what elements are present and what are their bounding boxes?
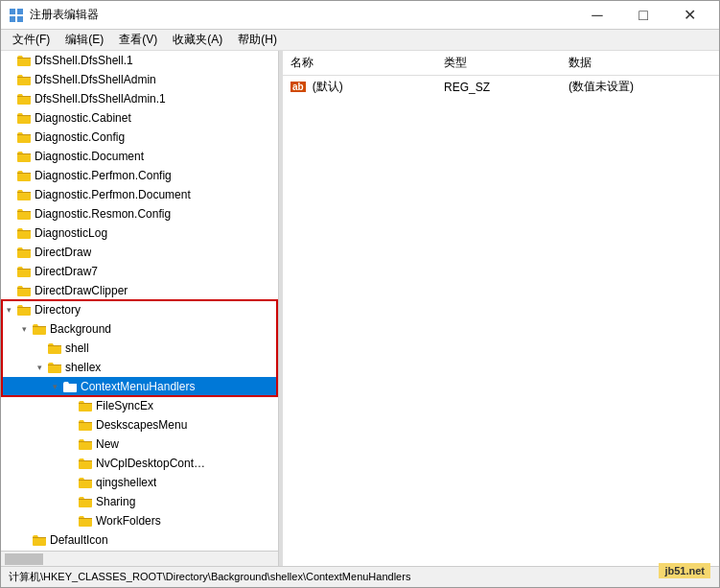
tree-node-row[interactable]: Sharing (1, 492, 278, 511)
folder-icon (16, 246, 32, 259)
tree-node-row[interactable]: Diagnostic.Cabinet (1, 108, 278, 128)
tree-node-row[interactable]: DirectDraw7 (1, 262, 278, 281)
tree-node-row[interactable]: DirectDrawClipper (1, 281, 278, 300)
cell-name: ab (默认) (283, 78, 436, 96)
folder-icon (16, 207, 32, 221)
main-content: DfsShell.DfsShell.1 DfsShell.DfsShellAdm… (1, 51, 719, 566)
status-bar: 计算机\HKEY_CLASSES_ROOT\Directory\Backgrou… (1, 566, 719, 587)
menu-view[interactable]: 查看(V) (111, 30, 165, 50)
folder-icon (16, 54, 32, 67)
tree-node-row[interactable]: DeskscapesMenu (1, 415, 278, 435)
tree-node-row[interactable]: Diagnostic.Config (1, 128, 278, 147)
col-data: 数据 (561, 53, 719, 73)
node-label: New (96, 437, 119, 451)
folder-icon (16, 169, 32, 182)
node-label: Diagnostic.Perfmon.Config (35, 169, 172, 182)
tree-node-row[interactable]: ▾ Background (1, 319, 278, 339)
minimize-button[interactable]: ─ (575, 1, 619, 30)
expand-placeholder (62, 494, 78, 509)
expand-btn[interactable]: ▾ (47, 379, 62, 394)
tree-node-row[interactable]: NvCplDesktopCont… (1, 454, 278, 473)
svg-rect-0 (10, 9, 15, 14)
node-label: Diagnostic.Document (35, 150, 144, 163)
tree-node-row[interactable]: DfsShell.DfsShell.1 (1, 51, 278, 70)
node-label: DirectDraw7 (35, 265, 98, 278)
folder-icon (78, 514, 93, 528)
close-button[interactable]: ✕ (667, 1, 711, 30)
folder-icon (16, 111, 32, 125)
col-type: 类型 (436, 53, 561, 73)
registry-editor-window: 注册表编辑器 ─ □ ✕ 文件(F) 编辑(E) 查看(V) 收藏夹(A) 帮助… (0, 0, 720, 588)
node-label: WorkFolders (96, 514, 161, 528)
expand-btn[interactable]: ▾ (32, 360, 47, 375)
tree-scroll[interactable]: DfsShell.DfsShell.1 DfsShell.DfsShellAdm… (1, 51, 278, 551)
node-label: Directory (35, 303, 81, 317)
tree-node-row[interactable]: ▾ ContextMenuHandlers (1, 377, 278, 396)
node-label: NvCplDesktopCont… (96, 457, 205, 470)
node-label: Diagnostic.Resmon.Config (35, 207, 171, 221)
watermark: jb51.net (659, 563, 710, 578)
tree-hscroll[interactable] (1, 551, 278, 566)
menu-favorites[interactable]: 收藏夹(A) (165, 30, 230, 50)
tree-node-row[interactable]: DfsShell.DfsShellAdmin.1 (1, 89, 278, 108)
right-rows[interactable]: ab (默认) REG_SZ (数值未设置) (283, 76, 719, 566)
expand-btn[interactable]: ▾ (1, 302, 16, 318)
folder-icon (78, 418, 93, 432)
table-row[interactable]: ab (默认) REG_SZ (数值未设置) (283, 76, 719, 98)
tree-node-row[interactable]: Diagnostic.Perfmon.Config (1, 166, 278, 185)
folder-icon (32, 533, 47, 547)
tree-node-row[interactable]: shell (1, 339, 278, 358)
tree-node-row[interactable]: Diagnostic.Perfmon.Document (1, 185, 278, 204)
node-label: Background (50, 322, 111, 336)
node-label: shell (65, 341, 89, 355)
menu-help[interactable]: 帮助(H) (230, 30, 285, 50)
expand-placeholder (1, 245, 16, 260)
expand-placeholder (1, 129, 16, 145)
maximize-button[interactable]: □ (621, 1, 665, 30)
tree-node-row[interactable]: qingshellext (1, 473, 278, 492)
expand-placeholder (1, 264, 16, 279)
expand-btn[interactable]: ▾ (16, 321, 32, 337)
node-label: DirectDrawClipper (35, 284, 128, 297)
menu-bar: 文件(F) 编辑(E) 查看(V) 收藏夹(A) 帮助(H) (1, 30, 719, 51)
svg-rect-1 (17, 9, 23, 14)
tree-node-row[interactable]: FileSyncEx (1, 396, 278, 415)
node-label: DfsShell.DfsShellAdmin.1 (35, 92, 166, 106)
node-label: DfsShell.DfsShell.1 (35, 54, 133, 67)
expand-placeholder (1, 187, 16, 202)
node-label: Sharing (96, 495, 135, 508)
tree-node-row[interactable]: Diagnostic.Document (1, 147, 278, 166)
tree-node-row[interactable]: DiagnosticLog (1, 223, 278, 243)
folder-icon (78, 399, 93, 412)
node-label: qingshellext (96, 476, 156, 489)
tree-pane: DfsShell.DfsShell.1 DfsShell.DfsShellAdm… (1, 51, 279, 566)
tree-node-row[interactable]: DefaultIcon (1, 530, 278, 550)
menu-file[interactable]: 文件(F) (5, 30, 58, 50)
title-bar: 注册表编辑器 ─ □ ✕ (1, 1, 719, 30)
folder-icon (78, 495, 93, 508)
tree-node-row[interactable]: WorkFolders (1, 511, 278, 530)
expand-placeholder (16, 532, 32, 548)
tree-node-row[interactable]: New (1, 435, 278, 454)
folder-icon (32, 322, 47, 336)
expand-placeholder (62, 456, 78, 471)
window-title: 注册表编辑器 (30, 7, 575, 23)
tree-node-row[interactable]: DfsShell.DfsShellAdmin (1, 70, 278, 89)
node-label: Diagnostic.Perfmon.Document (35, 188, 191, 201)
folder-icon (78, 476, 93, 489)
expand-placeholder (1, 72, 16, 87)
folder-icon (16, 73, 32, 86)
node-label: DefaultIcon (50, 533, 108, 547)
node-label: Diagnostic.Cabinet (35, 111, 131, 125)
tree-node-row[interactable]: ▾ shellex (1, 358, 278, 377)
window-controls: ─ □ ✕ (575, 1, 711, 30)
menu-edit[interactable]: 编辑(E) (58, 30, 111, 50)
tree-node-row[interactable]: DirectDraw (1, 243, 278, 262)
tree-node-row[interactable]: Diagnostic.Resmon.Config (1, 204, 278, 223)
expand-placeholder (1, 225, 16, 241)
cell-type: REG_SZ (436, 80, 561, 95)
right-pane: 名称 类型 数据 ab (默认) REG_SZ (数值未设置) (283, 51, 719, 566)
hscroll-thumb (5, 553, 43, 565)
tree-node-row[interactable]: ▾ Directory (1, 300, 278, 319)
expand-placeholder (1, 149, 16, 164)
